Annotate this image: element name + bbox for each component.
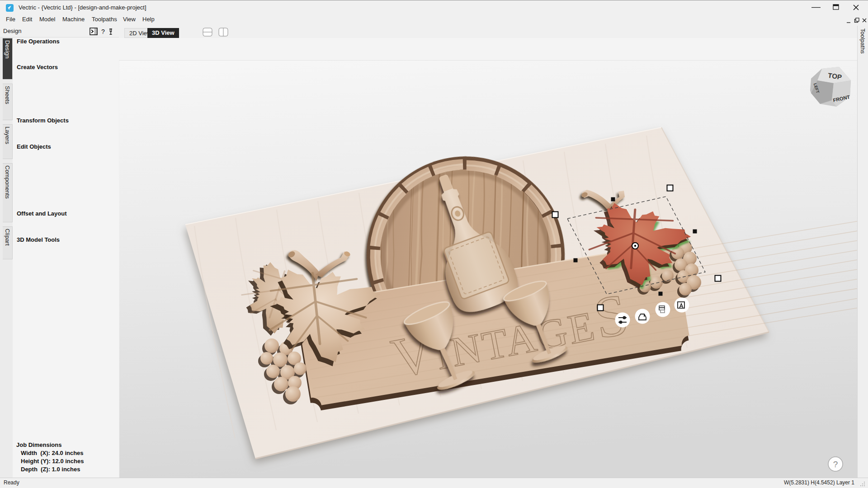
svg-text:?: ?: [833, 460, 838, 469]
svg-text:?: ?: [101, 28, 105, 35]
